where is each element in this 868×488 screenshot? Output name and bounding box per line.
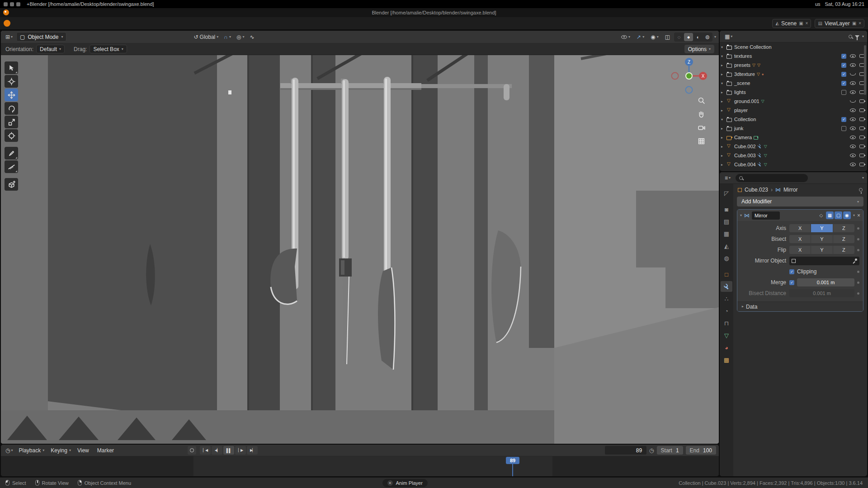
- scene-selector[interactable]: ◭ Scene ▣ ×: [772, 19, 811, 28]
- bisect-y-button[interactable]: Y: [811, 235, 832, 243]
- outliner-row[interactable]: ▾ textures: [720, 52, 867, 61]
- editor-type-button[interactable]: ⊞▾: [4, 34, 14, 40]
- visibility-eye-icon[interactable]: [850, 154, 856, 157]
- menu-item[interactable]: [20, 22, 28, 25]
- workspace-tab[interactable]: [104, 24, 113, 30]
- disclosure-caret[interactable]: ▸: [720, 99, 724, 103]
- blender-menu-icon[interactable]: [4, 20, 10, 27]
- bisect-x-button[interactable]: X: [789, 235, 811, 243]
- visibility-eye-icon[interactable]: [850, 163, 856, 166]
- orientation-dropdown[interactable]: Default ▾: [36, 45, 65, 53]
- tool-add-cube[interactable]: [5, 178, 18, 191]
- workspace-tab[interactable]: [143, 24, 153, 30]
- menu-item[interactable]: [76, 36, 83, 38]
- breadcrumb-object[interactable]: Cube.023: [745, 187, 768, 193]
- disclosure-caret[interactable]: ▸: [720, 72, 724, 76]
- menu-item[interactable]: [89, 36, 95, 38]
- breadcrumb-modifier[interactable]: Mirror: [783, 187, 797, 193]
- toggle-edit-mode[interactable]: ▦: [826, 211, 834, 219]
- properties-tab-data[interactable]: ▽: [721, 330, 732, 341]
- render-visibility-icon[interactable]: [859, 136, 864, 139]
- transform-orientation-selector[interactable]: ↺ Global ▾: [191, 34, 221, 40]
- disclosure-caret[interactable]: ▸: [720, 136, 724, 140]
- outliner-row[interactable]: ▸ junk: [720, 124, 867, 133]
- flip-y-button[interactable]: Y: [811, 246, 832, 254]
- add-modifier-button[interactable]: Add Modifier ▾: [737, 197, 863, 206]
- timeline-menu-item[interactable]: View: [74, 446, 94, 455]
- render-visibility-icon[interactable]: [859, 117, 864, 121]
- viewport-canvas[interactable]: Z X: [1, 55, 719, 444]
- workspace-tab[interactable]: [123, 24, 133, 30]
- render-visibility-icon[interactable]: [859, 127, 864, 130]
- modifier-panel-header[interactable]: ▾ ⋈ Mirror ◇ ▦ ▢ ◉ ▾ ×: [737, 210, 863, 221]
- frame-end-field[interactable]: End100: [686, 446, 716, 455]
- tool-select-box[interactable]: [5, 61, 18, 74]
- xray-toggle[interactable]: ◫: [663, 34, 672, 40]
- playhead-frame-badge[interactable]: 89: [506, 457, 519, 464]
- selectability-checkbox[interactable]: [841, 63, 846, 68]
- outliner-row[interactable]: ▸ Cube.002: [720, 142, 867, 151]
- proportional-editing-toggle[interactable]: ◎ ▾: [234, 34, 247, 40]
- flip-x-button[interactable]: X: [789, 246, 811, 254]
- render-visibility-icon[interactable]: [859, 99, 864, 103]
- disclosure-caret[interactable]: ▾: [720, 45, 724, 49]
- remove-viewlayer-icon[interactable]: ×: [859, 21, 861, 26]
- outliner-scrollbar[interactable]: [864, 45, 866, 95]
- unlink-scene-icon[interactable]: ×: [806, 21, 808, 26]
- tool-move[interactable]: [5, 89, 18, 101]
- properties-tab-scene[interactable]: ◭: [721, 240, 732, 251]
- properties-options-caret[interactable]: ▾: [862, 176, 864, 180]
- merge-checkbox[interactable]: [789, 280, 794, 285]
- shading-rendered-button[interactable]: ◍: [703, 33, 712, 41]
- current-frame-field[interactable]: 89: [605, 446, 646, 455]
- properties-editor-type-button[interactable]: ≡▾: [723, 175, 732, 181]
- merge-value-field[interactable]: 0.001 m: [797, 278, 854, 286]
- timeline-menu-item[interactable]: Playback▾: [16, 446, 48, 455]
- properties-search-input[interactable]: [736, 174, 808, 182]
- tool-cursor[interactable]: [5, 75, 18, 88]
- shading-material-button[interactable]: ◐: [693, 33, 703, 41]
- overlays-dropdown[interactable]: ◉ ▾: [648, 34, 661, 40]
- tool-annotate[interactable]: [5, 147, 18, 160]
- auto-keying-toggle[interactable]: [188, 446, 196, 455]
- properties-tab-material[interactable]: ◕: [721, 342, 732, 353]
- workspace-tab[interactable]: [54, 24, 64, 30]
- navigation-gizmo[interactable]: Z X: [670, 57, 708, 95]
- pan-hand-icon[interactable]: [698, 110, 705, 118]
- drag-mode-dropdown[interactable]: Select Box ▾: [90, 45, 127, 53]
- selectability-checkbox[interactable]: [841, 54, 846, 59]
- show-object-types-dropdown[interactable]: ▾: [619, 35, 632, 39]
- timeline-menu-item[interactable]: Keying▾: [47, 446, 74, 455]
- properties-tab-world[interactable]: ◍: [721, 253, 732, 263]
- selectability-checkbox[interactable]: [841, 72, 846, 77]
- visibility-eye-icon[interactable]: [850, 81, 856, 85]
- outliner-row[interactable]: ▾ Scene Collection: [720, 42, 867, 52]
- timeline-ruler[interactable]: 89: [1, 456, 719, 476]
- toggle-on-cage[interactable]: ◇: [817, 211, 825, 219]
- properties-tab-constraints[interactable]: ⊓: [721, 318, 732, 328]
- new-scene-icon[interactable]: ▣: [799, 21, 803, 26]
- anim-player-indicator[interactable]: × Anim Player: [382, 479, 428, 487]
- properties-tab-tool[interactable]: ◸: [721, 188, 732, 198]
- bisect-z-button[interactable]: Z: [833, 235, 854, 243]
- workspace-tab[interactable]: [74, 24, 84, 30]
- outliner-row[interactable]: ▸ Camera: [720, 133, 867, 142]
- outliner-row[interactable]: ▸ player: [720, 106, 867, 115]
- visibility-eye-icon[interactable]: [850, 73, 856, 75]
- selectability-checkbox[interactable]: [841, 90, 846, 95]
- disclosure-caret[interactable]: ▸: [720, 127, 724, 131]
- modifier-extras-caret[interactable]: ▾: [853, 213, 855, 217]
- workspace-tab[interactable]: [84, 24, 94, 30]
- outliner-row[interactable]: ▸ 3dtexture: [720, 70, 867, 79]
- os-clock[interactable]: Sat, 03 Aug 16:21: [825, 1, 864, 7]
- workspace-tab[interactable]: [163, 24, 173, 30]
- outliner-filter-caret[interactable]: ▾: [862, 34, 864, 38]
- axis-y-button[interactable]: Y: [811, 224, 832, 232]
- gizmos-dropdown[interactable]: ↗ ▾: [634, 34, 646, 40]
- disclosure-caret[interactable]: ▸: [720, 90, 724, 94]
- properties-tab-particles[interactable]: ∴: [721, 293, 732, 304]
- outliner-row[interactable]: ▸ presets: [720, 61, 867, 70]
- outliner-row[interactable]: ▾ _scene: [720, 79, 867, 88]
- playhead[interactable]: [512, 463, 513, 476]
- menu-item[interactable]: [28, 22, 35, 25]
